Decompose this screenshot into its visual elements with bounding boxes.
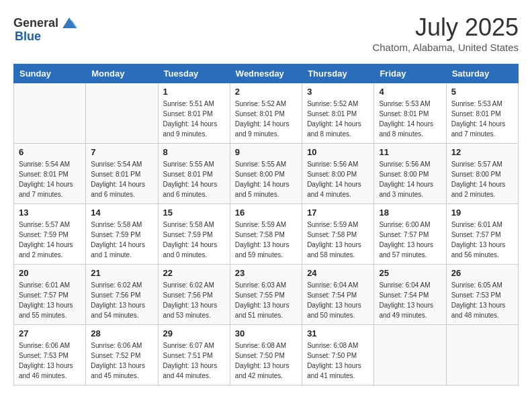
day-info: Sunrise: 6:02 AMSunset: 7:56 PMDaylight:…: [163, 280, 225, 320]
location-subtitle: Chatom, Alabama, United States: [372, 42, 519, 53]
day-number: 30: [235, 328, 297, 338]
day-number: 7: [91, 147, 152, 157]
day-info: Sunrise: 6:03 AMSunset: 7:55 PMDaylight:…: [235, 280, 297, 320]
day-info: Sunrise: 6:08 AMSunset: 7:50 PMDaylight:…: [307, 340, 369, 381]
calendar-cell: 15Sunrise: 5:58 AMSunset: 7:59 PMDayligh…: [158, 204, 230, 265]
day-info: Sunrise: 5:54 AMSunset: 8:01 PMDaylight:…: [91, 159, 152, 199]
day-number: 1: [163, 87, 225, 97]
calendar-weekday-friday: Friday: [374, 64, 446, 83]
calendar-weekday-sunday: Sunday: [14, 64, 86, 83]
day-info: Sunrise: 5:53 AMSunset: 8:01 PMDaylight:…: [379, 99, 441, 139]
calendar-table: SundayMondayTuesdayWednesdayThursdayFrid…: [13, 64, 519, 385]
day-number: 5: [451, 87, 513, 97]
day-info: Sunrise: 5:58 AMSunset: 7:59 PMDaylight:…: [163, 220, 225, 260]
day-number: 22: [163, 268, 225, 278]
day-number: 19: [451, 208, 513, 218]
day-info: Sunrise: 6:01 AMSunset: 7:57 PMDaylight:…: [19, 280, 81, 320]
day-info: Sunrise: 5:57 AMSunset: 7:59 PMDaylight:…: [19, 220, 81, 260]
calendar-cell: 26Sunrise: 6:05 AMSunset: 7:53 PMDayligh…: [446, 265, 518, 325]
calendar-cell: [374, 325, 446, 385]
calendar-weekday-wednesday: Wednesday: [230, 64, 302, 83]
calendar-cell: 5Sunrise: 5:53 AMSunset: 8:01 PMDaylight…: [446, 83, 518, 144]
calendar-cell: [14, 83, 86, 144]
calendar-cell: 28Sunrise: 6:06 AMSunset: 7:52 PMDayligh…: [86, 325, 158, 385]
day-number: 3: [307, 87, 369, 97]
day-info: Sunrise: 6:06 AMSunset: 7:53 PMDaylight:…: [19, 340, 81, 381]
calendar-cell: 8Sunrise: 5:55 AMSunset: 8:01 PMDaylight…: [158, 144, 230, 204]
day-number: 28: [91, 328, 152, 338]
day-info: Sunrise: 6:05 AMSunset: 7:53 PMDaylight:…: [451, 280, 513, 320]
calendar-week-row: 20Sunrise: 6:01 AMSunset: 7:57 PMDayligh…: [14, 265, 519, 325]
day-number: 23: [235, 268, 297, 278]
day-number: 15: [163, 208, 225, 218]
day-info: Sunrise: 5:57 AMSunset: 8:00 PMDaylight:…: [451, 159, 513, 199]
calendar-cell: 23Sunrise: 6:03 AMSunset: 7:55 PMDayligh…: [230, 265, 302, 325]
day-info: Sunrise: 6:00 AMSunset: 7:57 PMDaylight:…: [379, 220, 441, 260]
day-info: Sunrise: 5:54 AMSunset: 8:01 PMDaylight:…: [19, 159, 81, 199]
day-number: 16: [235, 208, 297, 218]
day-number: 13: [19, 208, 81, 218]
calendar-cell: 27Sunrise: 6:06 AMSunset: 7:53 PMDayligh…: [14, 325, 86, 385]
calendar-cell: 16Sunrise: 5:59 AMSunset: 7:58 PMDayligh…: [230, 204, 302, 265]
day-number: 21: [91, 268, 152, 278]
calendar-cell: 10Sunrise: 5:56 AMSunset: 8:00 PMDayligh…: [302, 144, 374, 204]
day-info: Sunrise: 5:51 AMSunset: 8:01 PMDaylight:…: [163, 99, 225, 139]
day-number: 8: [163, 147, 225, 157]
calendar-cell: 17Sunrise: 5:59 AMSunset: 7:58 PMDayligh…: [302, 204, 374, 265]
calendar-cell: 31Sunrise: 6:08 AMSunset: 7:50 PMDayligh…: [302, 325, 374, 385]
day-number: 18: [379, 208, 441, 218]
calendar-cell: 19Sunrise: 6:01 AMSunset: 7:57 PMDayligh…: [446, 204, 518, 265]
day-info: Sunrise: 5:55 AMSunset: 8:01 PMDaylight:…: [163, 159, 225, 199]
day-number: 6: [19, 147, 81, 157]
day-number: 10: [307, 147, 369, 157]
day-number: 11: [379, 147, 441, 157]
calendar-weekday-tuesday: Tuesday: [158, 64, 230, 83]
calendar-header-row: SundayMondayTuesdayWednesdayThursdayFrid…: [14, 64, 519, 83]
day-info: Sunrise: 6:08 AMSunset: 7:50 PMDaylight:…: [235, 340, 297, 381]
day-info: Sunrise: 6:06 AMSunset: 7:52 PMDaylight:…: [91, 340, 152, 381]
calendar-cell: [446, 325, 518, 385]
calendar-cell: 2Sunrise: 5:52 AMSunset: 8:01 PMDaylight…: [230, 83, 302, 144]
day-number: 17: [307, 208, 369, 218]
calendar-cell: 25Sunrise: 6:04 AMSunset: 7:54 PMDayligh…: [374, 265, 446, 325]
calendar-week-row: 6Sunrise: 5:54 AMSunset: 8:01 PMDaylight…: [14, 144, 519, 204]
calendar-cell: 13Sunrise: 5:57 AMSunset: 7:59 PMDayligh…: [14, 204, 86, 265]
day-info: Sunrise: 5:52 AMSunset: 8:01 PMDaylight:…: [235, 99, 297, 139]
calendar-weekday-saturday: Saturday: [446, 64, 518, 83]
month-year-title: July 2025: [372, 13, 519, 42]
day-info: Sunrise: 5:59 AMSunset: 7:58 PMDaylight:…: [235, 220, 297, 260]
day-number: 25: [379, 268, 441, 278]
page-header: General Blue July 2025 Chatom, Alabama, …: [13, 13, 519, 53]
calendar-cell: 4Sunrise: 5:53 AMSunset: 8:01 PMDaylight…: [374, 83, 446, 144]
calendar-cell: 1Sunrise: 5:51 AMSunset: 8:01 PMDaylight…: [158, 83, 230, 144]
calendar-week-row: 1Sunrise: 5:51 AMSunset: 8:01 PMDaylight…: [14, 83, 519, 144]
calendar-cell: 29Sunrise: 6:07 AMSunset: 7:51 PMDayligh…: [158, 325, 230, 385]
calendar-week-row: 27Sunrise: 6:06 AMSunset: 7:53 PMDayligh…: [14, 325, 519, 385]
day-number: 2: [235, 87, 297, 97]
day-info: Sunrise: 5:56 AMSunset: 8:00 PMDaylight:…: [379, 159, 441, 199]
day-info: Sunrise: 5:56 AMSunset: 8:00 PMDaylight:…: [307, 159, 369, 199]
title-section: July 2025 Chatom, Alabama, United States: [372, 13, 519, 53]
day-number: 12: [451, 147, 513, 157]
calendar-cell: 24Sunrise: 6:04 AMSunset: 7:54 PMDayligh…: [302, 265, 374, 325]
day-number: 27: [19, 328, 81, 338]
calendar-cell: 20Sunrise: 6:01 AMSunset: 7:57 PMDayligh…: [14, 265, 86, 325]
day-number: 31: [307, 328, 369, 338]
calendar-cell: [86, 83, 158, 144]
calendar-cell: 7Sunrise: 5:54 AMSunset: 8:01 PMDaylight…: [86, 144, 158, 204]
day-number: 24: [307, 268, 369, 278]
day-info: Sunrise: 6:04 AMSunset: 7:54 PMDaylight:…: [379, 280, 441, 320]
calendar-weekday-thursday: Thursday: [302, 64, 374, 83]
logo-icon: [60, 13, 79, 32]
day-info: Sunrise: 5:55 AMSunset: 8:00 PMDaylight:…: [235, 159, 297, 199]
logo-blue: Blue: [15, 30, 41, 44]
day-number: 4: [379, 87, 441, 97]
day-info: Sunrise: 6:02 AMSunset: 7:56 PMDaylight:…: [91, 280, 152, 320]
day-info: Sunrise: 6:07 AMSunset: 7:51 PMDaylight:…: [163, 340, 225, 381]
day-number: 29: [163, 328, 225, 338]
day-number: 26: [451, 268, 513, 278]
day-number: 9: [235, 147, 297, 157]
day-number: 14: [91, 208, 152, 218]
calendar-cell: 11Sunrise: 5:56 AMSunset: 8:00 PMDayligh…: [374, 144, 446, 204]
day-info: Sunrise: 5:58 AMSunset: 7:59 PMDaylight:…: [91, 220, 152, 260]
